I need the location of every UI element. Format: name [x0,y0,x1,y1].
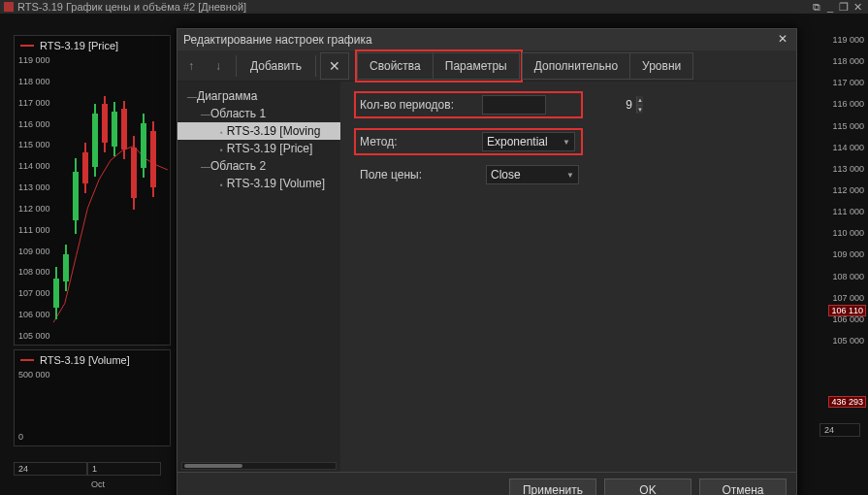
chart-background: RTS-3.19 [Price] 119 000 118 000 117 000… [0,14,868,495]
method-dropdown[interactable]: Exponential ▼ [482,132,575,151]
price-pane-label-text: RTS-3.19 [Price] [40,40,118,51]
price-y-axis: 119 000 118 000 117 000 116 000 115 000 … [15,53,54,345]
tree-hscrollbar[interactable] [181,462,337,470]
price-pane-label: RTS-3.19 [Price] [20,40,118,51]
volume-y-axis: 500 000 0 [15,368,54,446]
volume-pane-label-text: RTS-3.19 [Volume] [40,354,130,366]
window-titlebar: RTS-3.19 График цены и объёма #2 [Дневно… [0,0,868,14]
delete-button[interactable]: ✕ [320,52,349,80]
bullet-icon [220,142,227,155]
tree-label: RTS-3.19 [Price] [227,142,312,155]
move-down-button[interactable]: ↓ [205,52,232,80]
volume-pane[interactable]: RTS-3.19 [Volume] 500 000 0 [14,349,171,446]
periods-row-highlight: Кол-во периодов: ▲ ▼ [354,91,583,118]
collapse-icon[interactable]: — [187,91,197,102]
tree-label: RTS-3.19 [Volume] [227,177,325,190]
dialog-close-icon[interactable]: ✕ [775,32,790,48]
pricefield-label: Поле цены: [360,168,486,182]
tree-area2[interactable]: — Область 2 [177,157,340,175]
x-axis-month: Oct [14,479,105,489]
dialog-toolbar: ↑ ↓ Добавить ✕ Свойства Параметры Дополн… [177,50,796,82]
tree-area1[interactable]: — Область 1 [177,105,340,122]
step-down-icon[interactable]: ▼ [636,105,643,115]
tree-label: Диаграмма [197,89,257,103]
volume-badge: 436 293 [828,396,866,408]
tree-item-price[interactable]: RTS-3.19 [Price] [177,140,340,157]
tree-label: RTS-3.19 [Moving [227,124,321,138]
bullet-icon [220,177,227,190]
method-value: Exponential [487,135,548,148]
scrollbar-thumb[interactable] [184,464,242,468]
right-y-axis: 119 000 118 000 117 000 116 000 115 000 … [832,35,864,346]
step-up-icon[interactable]: ▲ [636,96,643,105]
tree-item-moving[interactable]: RTS-3.19 [Moving [177,122,340,140]
tree-item-volume[interactable]: RTS-3.19 [Volume] [177,175,340,192]
price-badge: 106 110 [828,305,866,316]
apply-button[interactable]: Применить [509,478,596,496]
add-button[interactable]: Добавить [241,52,311,80]
restore-icon[interactable]: ❐ [837,1,851,14]
layer-tree[interactable]: — Диаграмма — Область 1 RTS-3.19 [Moving… [177,82,340,472]
tree-diagram[interactable]: — Диаграмма [177,87,340,105]
method-row-highlight: Метод: Exponential ▼ [354,128,583,155]
tab-properties[interactable]: Свойства [357,52,434,80]
bullet-icon [220,124,227,138]
tab-group-highlight: Свойства Параметры [355,50,523,82]
detach-icon[interactable]: ⧉ [810,1,823,14]
volume-pane-label: RTS-3.19 [Volume] [20,354,130,366]
price-pane[interactable]: RTS-3.19 [Price] 119 000 118 000 117 000… [14,35,171,346]
periods-stepper[interactable]: ▲ ▼ [482,95,546,115]
dialog-body: — Диаграмма — Область 1 RTS-3.19 [Moving… [177,82,796,472]
ok-button[interactable]: OK [604,478,691,496]
x-axis-cells: 24 1 [14,462,161,476]
dialog-titlebar[interactable]: Редактирование настроек графика ✕ [177,29,796,50]
x-cell: 1 [87,462,161,476]
tab-advanced[interactable]: Дополнительно [522,52,630,80]
pricefield-value: Close [491,168,521,182]
tree-label: Область 1 [210,107,266,120]
periods-label: Кол-во периодов: [360,98,482,112]
chart-settings-dialog: Редактирование настроек графика ✕ ↑ ↓ До… [177,28,797,495]
close-icon[interactable]: ✕ [851,1,864,14]
right-chart-strip: 119 000 118 000 117 000 116 000 115 000 … [810,35,868,456]
dialog-footer: Применить OK Отмена [177,472,796,495]
cancel-button[interactable]: Отмена [699,478,787,496]
x-cell: 24 [14,462,87,476]
periods-input[interactable] [483,96,636,114]
app-icon [4,2,14,12]
tree-label: Область 2 [210,159,266,173]
move-up-button[interactable]: ↑ [177,52,205,80]
params-panel: Кол-во периодов: ▲ ▼ Метод: [340,82,796,472]
dialog-title: Редактирование настроек графика [183,33,372,47]
right-x-cell: 24 [820,423,860,437]
collapse-icon[interactable]: — [201,161,210,172]
ma-line [53,55,168,342]
pricefield-dropdown[interactable]: Close ▼ [486,165,579,184]
method-label: Метод: [360,135,482,148]
candles [53,55,168,343]
tab-levels[interactable]: Уровни [629,52,693,80]
separator [315,55,316,77]
chevron-down-icon: ▼ [563,138,570,147]
chevron-down-icon: ▼ [566,171,574,180]
collapse-icon[interactable]: — [201,109,210,119]
tab-parameters[interactable]: Параметры [433,52,520,80]
window-title: RTS-3.19 График цены и объёма #2 [Дневно… [17,1,246,13]
minimize-icon[interactable]: _ [823,1,837,13]
separator [236,55,237,77]
